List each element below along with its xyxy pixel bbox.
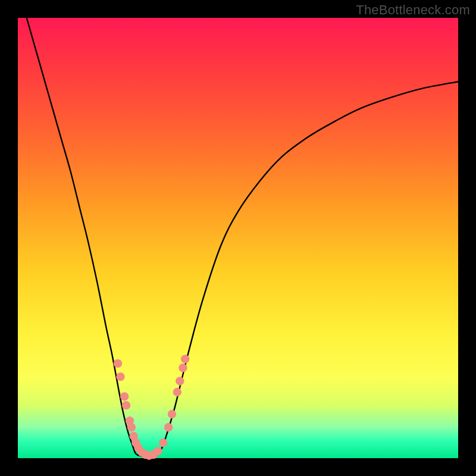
data-marker: [178, 364, 187, 372]
bottleneck-curve: [27, 18, 458, 457]
chart-svg: [18, 18, 458, 458]
data-marker: [164, 423, 173, 431]
data-marker: [114, 359, 122, 368]
curve-layer: [27, 18, 458, 457]
data-marker: [116, 372, 124, 381]
chart-frame: TheBottleneck.com: [0, 0, 476, 476]
data-marker: [159, 439, 167, 447]
watermark-text: TheBottleneck.com: [356, 2, 470, 18]
data-marker: [127, 423, 136, 431]
data-marker: [176, 377, 184, 385]
data-marker: [122, 401, 130, 409]
data-marker: [173, 388, 181, 396]
chart-plot-area: [18, 18, 458, 458]
data-marker: [181, 355, 189, 363]
marker-layer: [114, 355, 190, 459]
data-marker: [168, 410, 176, 418]
data-marker: [154, 447, 162, 455]
data-marker: [120, 392, 129, 400]
